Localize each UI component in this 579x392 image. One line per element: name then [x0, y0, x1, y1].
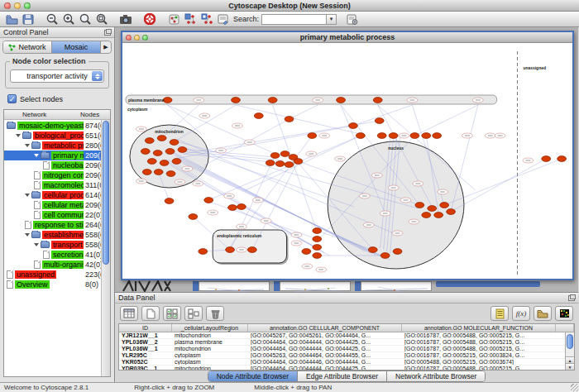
- network-node[interactable]: [393, 249, 402, 255]
- float-panel-icon[interactable]: [104, 30, 111, 36]
- network-node[interactable]: [285, 162, 294, 168]
- window-close-button[interactable]: [126, 35, 132, 41]
- table-row[interactable]: YPL036W__2plasma membrane[GO:0044464, GO…: [119, 339, 574, 346]
- network-node[interactable]: [160, 160, 169, 166]
- unselect-all-attributes-icon[interactable]: [184, 306, 203, 321]
- network-node[interactable]: [247, 247, 256, 253]
- network-node[interactable]: [154, 170, 163, 175]
- save-session-icon[interactable]: [20, 12, 36, 26]
- network-edge[interactable]: [273, 105, 318, 232]
- table-row[interactable]: YKR052Ccytoplasm[GO:0044464, GO:0044446,…: [119, 359, 574, 366]
- network-node[interactable]: [302, 249, 311, 255]
- network-window[interactable]: primary metabolic process plasma membran…: [121, 31, 574, 280]
- zoom-selected-icon[interactable]: [77, 12, 93, 26]
- network-node[interactable]: [313, 237, 322, 242]
- tree-item[interactable]: metabolic process280(0): [4, 141, 110, 151]
- table-scrollbar[interactable]: ▲ ▼: [565, 332, 574, 370]
- zoom-fit-icon[interactable]: [93, 12, 110, 26]
- attribute-batch-icon[interactable]: [490, 306, 509, 321]
- tree-item[interactable]: macromolecule311(0): [4, 180, 110, 190]
- network-node[interactable]: [373, 98, 382, 103]
- network-node[interactable]: [377, 133, 386, 139]
- scroll-down-arrow[interactable]: ▼: [566, 363, 574, 370]
- network-node[interactable]: [389, 133, 398, 139]
- disclosure-triangle-icon[interactable]: [34, 154, 39, 157]
- network-node[interactable]: [166, 171, 175, 177]
- tree-item[interactable]: multi-organism pro42(0): [4, 260, 110, 270]
- tree-item[interactable]: mosaic-demo-yeast874(0): [4, 121, 110, 131]
- disclosure-triangle-icon[interactable]: [25, 194, 30, 197]
- network-node[interactable]: [142, 170, 151, 175]
- disclosure-triangle-icon[interactable]: [34, 243, 39, 246]
- network-node[interactable]: [145, 138, 154, 144]
- network-node[interactable]: [542, 156, 551, 162]
- zoom-window-button[interactable]: [24, 2, 31, 9]
- select-nodes-checkbox[interactable]: ✓: [7, 94, 17, 103]
- network-node[interactable]: [415, 203, 424, 208]
- peek-window-1[interactable]: [199, 281, 270, 291]
- network-edge[interactable]: [290, 105, 318, 119]
- network-node[interactable]: [232, 98, 241, 103]
- network-node[interactable]: [280, 151, 290, 157]
- mosaic-plugin-icon[interactable]: [199, 12, 215, 26]
- network-node[interactable]: [368, 247, 377, 253]
- network-node[interactable]: [153, 151, 162, 156]
- network-edge[interactable]: [174, 105, 236, 142]
- column-header[interactable]: annotation.GO CELLULAR_COMPONENT: [248, 324, 402, 332]
- network-node[interactable]: [313, 253, 322, 259]
- search-options-icon[interactable]: [344, 12, 361, 26]
- import-attributes-icon[interactable]: [534, 306, 552, 321]
- more-tabs-button[interactable]: ▶: [101, 41, 111, 53]
- tree-item[interactable]: Overview8(0): [4, 280, 110, 289]
- network-node[interactable]: [308, 133, 317, 139]
- network-node[interactable]: [356, 133, 365, 139]
- attribute-browser-tab[interactable]: Node Attribute Browser: [208, 371, 298, 381]
- network-node[interactable]: [228, 205, 237, 211]
- disclosure-triangle-icon[interactable]: [25, 144, 30, 147]
- network-node[interactable]: [178, 147, 187, 153]
- column-header[interactable]: annotation.GO MOLECULAR_FUNCTION: [402, 324, 556, 332]
- tree-item[interactable]: response to stimulu264(0): [4, 220, 110, 230]
- peek-window-3[interactable]: [361, 281, 432, 291]
- tab-mosaic[interactable]: Mosaic: [52, 41, 101, 53]
- tree-item[interactable]: nucleobase-209(0): [4, 160, 110, 170]
- node-color-dropdown[interactable]: transporter activity: [10, 69, 104, 83]
- select-all-attributes-icon[interactable]: [163, 306, 181, 321]
- disclosure-triangle-icon[interactable]: [25, 233, 30, 237]
- tree-item[interactable]: cellular metabol209(0): [4, 200, 110, 210]
- layout-plugin-icon[interactable]: [182, 12, 199, 26]
- tree-item[interactable]: nitrogen compo209(0): [4, 170, 110, 180]
- network-node[interactable]: [270, 153, 280, 159]
- peek-window-2[interactable]: [280, 281, 351, 291]
- column-header[interactable]: ID: [119, 324, 172, 332]
- snapshot-icon[interactable]: [117, 12, 134, 26]
- tree-item[interactable]: unassigned223(0): [4, 270, 110, 280]
- open-session-icon[interactable]: [3, 12, 20, 26]
- network-node[interactable]: [266, 160, 275, 166]
- table-row[interactable]: YDR039C__1mitochondrion[GO:0044464, GO:0…: [119, 366, 574, 370]
- column-header[interactable]: _cellularLayoutRegion: [172, 324, 248, 332]
- search-dropdown-arrow[interactable]: ▾: [326, 14, 337, 25]
- network-node[interactable]: [141, 149, 150, 155]
- attribute-browser-tab[interactable]: Network Attribute Browser: [387, 371, 485, 381]
- network-edge[interactable]: [444, 159, 562, 205]
- network-node[interactable]: [254, 113, 263, 119]
- tree-item[interactable]: biological_process651(0): [4, 131, 110, 141]
- window-zoom-button[interactable]: [142, 35, 148, 41]
- table-scrollbar-thumb[interactable]: [567, 334, 573, 349]
- network-node[interactable]: [428, 206, 437, 212]
- resize-grip-icon[interactable]: [571, 384, 578, 391]
- tree-item[interactable]: transport558(0): [4, 240, 110, 250]
- network-node[interactable]: [348, 123, 357, 129]
- compartment-plasma-membrane[interactable]: [126, 95, 497, 104]
- network-node[interactable]: [557, 156, 567, 162]
- tab-network[interactable]: Network: [3, 41, 52, 53]
- column-header[interactable]: [556, 324, 574, 332]
- tree-scrollbar-thumb[interactable]: [103, 121, 109, 265]
- table-row[interactable]: YLR295Ccytoplasm[GO:0045263, GO:0044464,…: [119, 352, 574, 359]
- network-node[interactable]: [163, 98, 172, 103]
- tree-item[interactable]: cellular process614(0): [4, 190, 110, 200]
- network-node[interactable]: [268, 98, 277, 103]
- compartment-mitochondrion[interactable]: [130, 125, 208, 188]
- attribute-browser-tab[interactable]: Edge Attribute Browser: [298, 371, 387, 381]
